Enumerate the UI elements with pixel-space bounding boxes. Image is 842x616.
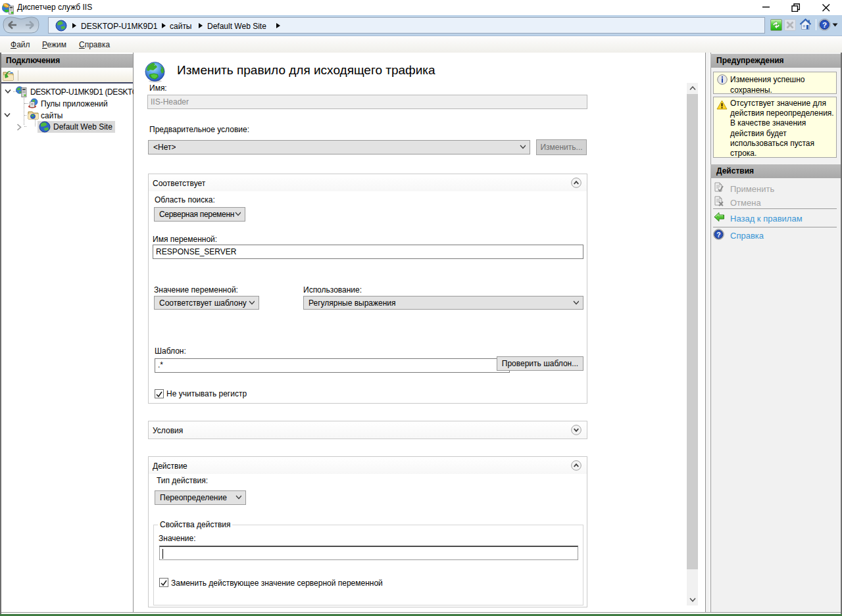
svg-text:?: ? — [716, 231, 720, 239]
svg-text:?: ? — [822, 21, 827, 29]
